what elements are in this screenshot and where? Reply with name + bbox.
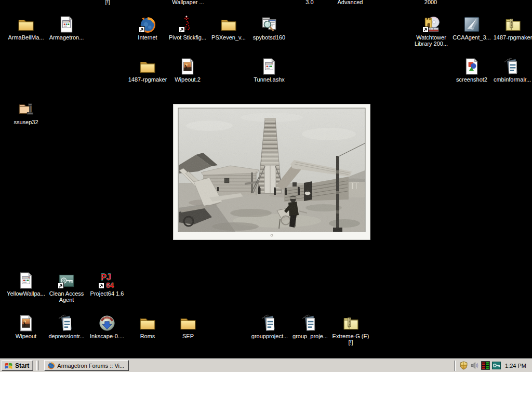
desktop-icon-sep[interactable]: SEP xyxy=(168,314,208,339)
inkscape-installer-icon xyxy=(98,314,116,332)
desktop-icon-depressiontr[interactable]: depressiontr... xyxy=(47,314,86,339)
desktop-icon-inkscape[interactable]: Inkscape-0.... xyxy=(87,314,127,339)
taskbar: Start Armagetron Forums :: Vi... 1:24 PM xyxy=(0,358,532,372)
desktop-icon-spybot[interactable]: spybotsd160 xyxy=(249,16,289,41)
desktop-icon-internet[interactable]: Internet xyxy=(128,16,167,41)
windows-flag-icon xyxy=(4,361,13,370)
task-button-armagetron-forums[interactable]: Armagetron Forums :: Vi... xyxy=(44,360,129,371)
desktop-icon-label: Clean Access Agent xyxy=(47,290,86,303)
desktop-icon-label: Armagetron... xyxy=(49,34,84,41)
self-extractor-icon xyxy=(17,100,35,118)
shortcut-arrow-icon xyxy=(422,26,429,33)
writer-document-icon xyxy=(58,314,75,332)
desktop-icon-project64[interactable]: Project64 1.6 xyxy=(87,272,127,297)
desktop-icon-label: ssusep32 xyxy=(14,119,38,125)
task-button-label: Armagetron Forums :: Vi... xyxy=(57,363,124,369)
desktop-icon-label: screenshot2 xyxy=(456,76,487,83)
shortcut-arrow-icon xyxy=(179,26,185,33)
desktop-icon-label: group_proje... xyxy=(292,333,328,339)
html-document-icon xyxy=(17,272,35,289)
desktop-icon-label: cmbinformalr... xyxy=(494,76,531,83)
folder-icon xyxy=(17,16,35,33)
wallpaper-photo xyxy=(173,104,370,240)
cutoff-icon-label: Advanced xyxy=(338,0,363,5)
zip-folder-icon xyxy=(504,16,522,33)
desktop-icon-label: Wipeout xyxy=(16,333,36,339)
folder-icon xyxy=(139,58,156,75)
desktop-icon-wipeout2[interactable]: Wipeout.2 xyxy=(168,58,207,83)
desktop-icon-group-proje[interactable]: group_proje... xyxy=(290,314,330,339)
desktop-icon-screenshot2[interactable]: screenshot2 xyxy=(452,58,491,83)
desktop-icon-1487-rpgmaker-folder[interactable]: 1487-rpgmaker xyxy=(128,58,167,83)
desktop-icon-label: CCAAgent_3... xyxy=(453,34,490,41)
html-document-icon xyxy=(58,16,75,33)
image-file-icon xyxy=(463,58,481,75)
folder-icon xyxy=(179,314,197,332)
writer-document-icon xyxy=(503,58,521,75)
desktop-icon-label: SEP xyxy=(182,333,194,339)
html-document-icon xyxy=(260,58,278,75)
shortcut-arrow-icon xyxy=(139,26,145,33)
taskbar-divider xyxy=(36,361,39,370)
desktop-icon-label: 1487-rpgmaker xyxy=(494,34,532,41)
cutoff-icon-label: 2000 xyxy=(424,0,437,5)
desktop-icon-label: Watchtower Library 200... xyxy=(411,34,451,47)
desktop-icon-tunnel[interactable]: Tunnel.ashx xyxy=(249,58,289,83)
desktop-icon-wipeout[interactable]: Wipeout xyxy=(6,314,46,339)
security-shield-icon[interactable] xyxy=(459,361,468,370)
cca-agent-icon xyxy=(463,16,481,33)
pivot-stickfigure-icon xyxy=(179,16,196,33)
project64-icon xyxy=(98,272,116,289)
desktop-icon-armabellma[interactable]: ArmaBellMa... xyxy=(6,16,46,41)
watchtower-library-icon xyxy=(422,16,440,33)
desktop-icon-label: spybotsd160 xyxy=(253,34,285,41)
desktop-icon-label: Tunnel.ashx xyxy=(254,76,285,83)
desktop[interactable]: [!] Wallpaper ... 3.0 Advanced 2000 Arma… xyxy=(0,0,532,358)
desktop-icon-roms[interactable]: Roms xyxy=(128,314,167,339)
desktop-icon-ccaagent[interactable]: CCAAgent_3... xyxy=(452,16,491,41)
desktop-icon-label: groupproject... xyxy=(251,333,288,339)
volume-icon[interactable] xyxy=(470,361,479,370)
shortcut-arrow-icon xyxy=(58,283,64,289)
desktop-icon-groupproject[interactable]: groupproject... xyxy=(250,314,289,339)
image-document-icon xyxy=(17,314,35,332)
desktop-icon-yellowwallpaper[interactable]: YellowWallpa... xyxy=(6,272,46,297)
writer-document-icon xyxy=(261,314,278,332)
clock[interactable]: 1:24 PM xyxy=(505,363,526,369)
desktop-icon-label: Wipeout.2 xyxy=(175,76,201,83)
network-activity-icon[interactable] xyxy=(481,361,490,370)
spybot-installer-icon xyxy=(260,16,278,33)
cutoff-icon-label: [!] xyxy=(105,0,110,5)
desktop-icon-label: 1487-rpgmaker xyxy=(128,76,167,83)
tray-separator xyxy=(454,361,456,371)
desktop-icon-label: YellowWallpa... xyxy=(7,290,45,297)
writer-document-icon xyxy=(301,314,319,332)
system-tray: 1:24 PM xyxy=(454,360,530,371)
folder-icon xyxy=(220,16,237,33)
desktop-icon-armagetron[interactable]: Armagetron... xyxy=(47,16,86,41)
desktop-icon-clean-access[interactable]: Clean Access Agent xyxy=(47,272,86,303)
clean-access-icon xyxy=(58,272,75,289)
desktop-icon-label: Inkscape-0.... xyxy=(90,333,124,339)
desktop-icon-ssusep32[interactable]: ssusep32 xyxy=(6,100,46,125)
desktop-icon-extreme-g[interactable]: Extreme-G (E) [!] xyxy=(331,314,370,345)
desktop-icon-label: Pivot Stickfig... xyxy=(169,34,206,41)
clean-access-key-icon[interactable] xyxy=(492,361,501,370)
desktop-icon-psxeven[interactable]: PSXeven_v... xyxy=(209,16,248,41)
firefox-icon xyxy=(47,362,55,369)
start-button-label: Start xyxy=(15,362,29,369)
desktop-icon-label: ArmaBellMa... xyxy=(8,34,44,41)
desktop-icon-label: depressiontr... xyxy=(48,333,84,339)
cutoff-icon-label: 3.0 xyxy=(305,0,313,5)
shortcut-arrow-icon xyxy=(98,283,104,289)
desktop-icon-watchtower[interactable]: Watchtower Library 200... xyxy=(411,16,451,47)
desktop-icon-label: Roms xyxy=(140,333,155,339)
desktop-icon-label: Internet xyxy=(138,34,157,41)
desktop-icon-cmbinformal[interactable]: cmbinformalr... xyxy=(493,58,532,83)
desktop-icon-label: Extreme-G (E) [!] xyxy=(331,333,370,345)
desktop-icon-pivot[interactable]: Pivot Stickfig... xyxy=(168,16,207,41)
desktop-icon-label: Project64 1.6 xyxy=(90,290,124,297)
desktop-icon-1487-rpgmaker-zip[interactable]: 1487-rpgmaker xyxy=(493,16,532,41)
image-document-icon xyxy=(179,58,196,75)
start-button[interactable]: Start xyxy=(2,360,33,371)
